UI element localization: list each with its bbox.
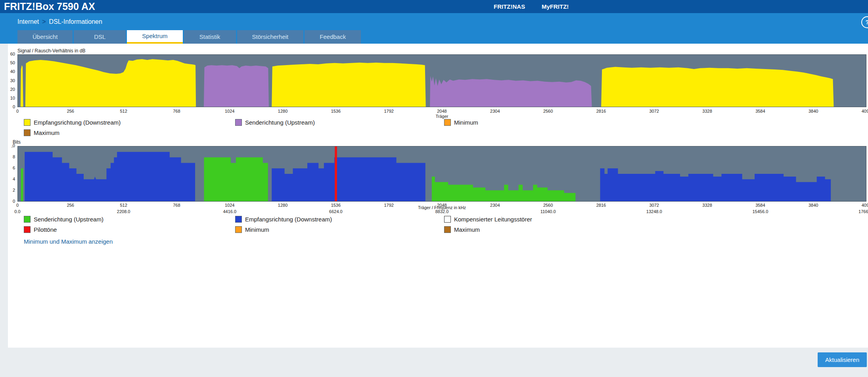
tab-feedback[interactable]: Feedback (305, 30, 361, 44)
top-bar: FRITZ!Box 7590 AX FRITZ!NAS MyFRITZ! (0, 0, 868, 13)
upstream-bits-area (432, 177, 575, 201)
x-tick-label: 1280 (265, 109, 301, 113)
x-tick-label: 768 (159, 109, 194, 113)
legend-item-upstream: Senderichtung (Upstream) (235, 119, 315, 126)
breadcrumb-page: DSL-Informationen (49, 18, 102, 25)
y-tick-label: 20 (0, 87, 15, 92)
breadcrumb-section[interactable]: Internet (17, 18, 39, 25)
x-tick-label: 0 (0, 109, 35, 113)
snr-series-canvas (18, 55, 866, 107)
x-tick-label: 1792 (371, 109, 407, 113)
maximum-swatch-icon (24, 129, 31, 136)
bits-legend-row: Senderichtung (Upstream)Empfangsrichtung… (0, 216, 868, 224)
snr-legend-row: Empfangsrichtung (Downstream)Senderichtu… (0, 119, 868, 127)
x-tick-label: 512 (106, 203, 142, 208)
upstream-snr-area (204, 65, 269, 107)
x-tick-label: 4096 (849, 203, 868, 208)
x-tick-label: 1536 (318, 109, 354, 113)
help-icon[interactable]: ? (861, 16, 868, 28)
y-tick-label: 30 (0, 78, 15, 83)
downstream-snr-area (25, 59, 196, 107)
legend-item-kompensierter-leitungsstoerer: Kompensierter Leitungsstörer (444, 216, 532, 223)
tab-dsl[interactable]: DSL (74, 30, 126, 44)
x-tick-label: 2816 (583, 203, 619, 208)
fritznas-link[interactable]: FRITZ!NAS (494, 0, 525, 13)
x-tick-label: 2304 (477, 203, 513, 208)
snr-x-axis-title: Träger (436, 114, 448, 119)
tab-statistik[interactable]: Statistik (184, 30, 236, 44)
y-tick-label: 4 (0, 177, 15, 181)
downstream-bits-area (272, 158, 425, 201)
bits-x-axis-title: Träger / Frequenz in kHz (418, 205, 466, 210)
downstream-snr-area (601, 67, 834, 107)
x-tick-label: 1024 (212, 203, 247, 208)
y-tick-label: 8 (0, 154, 15, 159)
legend-label: Maximum (34, 129, 59, 136)
frequency-label: 2208.0 (106, 209, 142, 214)
maximum-swatch-icon (444, 226, 451, 233)
app-title: FRITZ!Box 7590 AX (4, 0, 95, 13)
tab-uebersicht[interactable]: Übersicht (17, 30, 73, 44)
y-tick-label: 2 (0, 188, 15, 192)
legend-item-minimum: Minimum (444, 119, 478, 126)
pilottoene-swatch-icon (24, 226, 31, 233)
downstream-snr-area (21, 65, 23, 107)
downstream-swatch-icon (235, 216, 242, 223)
downstream-swatch-icon (24, 119, 31, 126)
legend-label: Minimum (454, 119, 478, 126)
snr-chart-plot (17, 54, 866, 107)
refresh-button[interactable]: Aktualisieren (818, 352, 867, 367)
tab-bar: ÜbersichtDSLSpektrumStatistikStörsicherh… (0, 30, 868, 44)
downstream-bits-area (25, 152, 195, 201)
x-tick-label: 2560 (530, 203, 566, 208)
snr-legend-row: Maximum (0, 129, 868, 137)
upstream-bits-area (204, 158, 268, 201)
y-tick-label: 60 (0, 52, 15, 56)
frequency-label: 4416.0 (212, 209, 247, 214)
legend-label: Senderichtung (Upstream) (34, 216, 103, 223)
legend-label: Empfangsrichtung (Downstream) (245, 216, 332, 223)
x-tick-label: 2048 (424, 109, 460, 113)
x-tick-label: 4096 (849, 109, 868, 113)
legend-label: Kompensierter Leitungsstörer (454, 216, 532, 223)
myfritz-link[interactable]: MyFRITZ! (542, 0, 569, 13)
legend-label: Pilottöne (34, 226, 57, 233)
legend-item-upstream: Senderichtung (Upstream) (24, 216, 103, 223)
x-tick-label: 2560 (530, 109, 566, 113)
upstream-swatch-icon (235, 119, 242, 126)
bits-chart-plot (17, 146, 866, 202)
x-tick-label: 768 (159, 203, 194, 208)
show-min-max-link[interactable]: Minimum und Maximum anzeigen (24, 238, 113, 245)
y-tick-label: 50 (0, 60, 15, 65)
x-tick-label: 1792 (371, 203, 407, 208)
x-tick-label: 0 (0, 203, 35, 208)
x-tick-label: 512 (106, 109, 142, 113)
y-tick-label: ,0 (0, 143, 15, 148)
x-tick-label: 1024 (212, 109, 247, 113)
legend-item-maximum: Maximum (444, 226, 480, 233)
snr-chart-title: Signal / Rausch-Verhältnis in dB (17, 48, 85, 54)
tab-spektrum[interactable]: Spektrum (127, 30, 182, 44)
kompensierter-leitungsstoerer-swatch-icon (444, 216, 451, 223)
frequency-label: 17664.0 (849, 209, 868, 214)
minimum-swatch-icon (444, 119, 451, 126)
y-tick-label: 40 (0, 69, 15, 74)
breadcrumb-separator-icon: > (42, 18, 46, 25)
tab-stoersicherheit[interactable]: Störsicherheit (237, 30, 304, 44)
fritzbox-dsl-spektrum-page: FRITZ!Box 7590 AX FRITZ!NAS MyFRITZ! Int… (0, 0, 868, 377)
bits-x-axis: Träger / Frequenz in kHz 00.02565122208.… (17, 202, 866, 216)
x-tick-label: 3584 (742, 109, 778, 113)
x-tick-label: 3072 (636, 203, 672, 208)
x-tick-label: 3328 (690, 109, 725, 113)
downstream-snr-area (272, 63, 426, 107)
x-tick-label: 3584 (742, 203, 778, 208)
x-tick-label: 2816 (583, 109, 619, 113)
upstream-snr-area (430, 76, 592, 107)
y-tick-label: 6 (0, 165, 15, 170)
legend-item-minimum: Minimum (235, 226, 269, 233)
legend-item-pilottoene: Pilottöne (24, 226, 57, 233)
x-tick-label: 3840 (795, 203, 831, 208)
minimum-swatch-icon (235, 226, 242, 233)
x-tick-label: 2304 (477, 109, 513, 113)
frequency-label: 0.0 (0, 209, 35, 214)
